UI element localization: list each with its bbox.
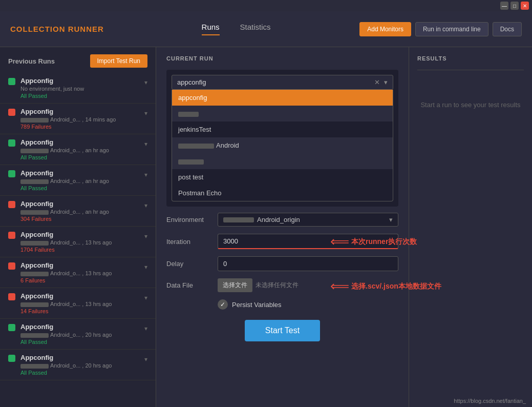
collection-dropdown-list: appconfig jenkinsTest Android post test … xyxy=(172,90,393,201)
run-name: Appconfig xyxy=(20,169,139,177)
run-status-dot xyxy=(8,201,15,208)
docs-button[interactable]: Docs xyxy=(493,22,522,36)
app-title: COLLECTION RUNNER xyxy=(10,25,113,33)
run-info: Appconfig Android_o... , 20 hrs ago All … xyxy=(20,354,139,376)
run-cmd-button[interactable]: Run in command line xyxy=(415,22,488,36)
run-item[interactable]: Appconfig Android_o... , 13 hrs ago 14 F… xyxy=(0,288,156,319)
run-item[interactable]: Appconfig Android_o... , an hr ago All P… xyxy=(0,134,156,165)
dropdown-item[interactable] xyxy=(172,106,393,121)
dropdown-item[interactable]: jenkinsTest xyxy=(172,121,393,137)
add-monitors-button[interactable]: Add Monitors xyxy=(359,22,411,36)
run-item[interactable]: Appconfig Android_o... , 14 mins ago 789… xyxy=(0,104,156,134)
header: COLLECTION RUNNER Runs Statistics Add Mo… xyxy=(0,11,532,47)
persist-label: Persist Variables xyxy=(232,301,282,309)
start-test-button[interactable]: Start Test xyxy=(245,320,320,341)
run-item[interactable]: Appconfig Android_o... , 13 hrs ago 1704… xyxy=(0,227,156,257)
content-wrapper: CURRENT RUN appconfig ✕ ▾ appconfig xyxy=(156,47,532,407)
minimize-button[interactable]: — xyxy=(500,2,508,10)
chevron-down-icon: ▾ xyxy=(144,233,147,240)
run-info: Appconfig Android_o... , 13 hrs ago 6 Fa… xyxy=(20,261,139,283)
dropdown-item[interactable]: Android xyxy=(172,137,393,153)
run-status: All Passed xyxy=(20,185,139,191)
run-sub: Android_o... , an hr ago xyxy=(20,147,139,153)
import-test-run-button[interactable]: Import Test Run xyxy=(90,54,147,68)
tab-runs[interactable]: Runs xyxy=(202,23,220,35)
delay-input[interactable] xyxy=(218,256,398,271)
run-name: Appconfig xyxy=(20,231,139,238)
run-info: Appconfig Android_o... , an hr ago 304 F… xyxy=(20,200,139,222)
current-run-panel: CURRENT RUN appconfig ✕ ▾ appconfig xyxy=(156,47,409,407)
environment-selector[interactable]: Android_origin ▾ xyxy=(218,213,398,227)
run-item[interactable]: Appconfig Android_o... , an hr ago 304 F… xyxy=(0,196,156,227)
run-item[interactable]: Appconfig Android_o... , an hr ago All P… xyxy=(0,165,156,196)
results-panel: RESULTS Start a run to see your test res… xyxy=(409,47,532,407)
run-item[interactable]: Appconfig Android_o... , 20 hrs ago All … xyxy=(0,319,156,350)
dropdown-item[interactable]: post test xyxy=(172,169,393,185)
collection-dropdown-header[interactable]: appconfig ✕ ▾ xyxy=(172,75,393,90)
title-bar: — □ ✕ xyxy=(0,0,532,11)
data-file-row: Data File 选择文件 未选择任何文件 ⟸ 选择.scv/.json本地数… xyxy=(166,278,398,292)
collection-selector: appconfig ✕ ▾ appconfig jenkinsTest xyxy=(166,70,398,207)
run-status: All Passed xyxy=(20,93,139,99)
close-icon[interactable]: ✕ xyxy=(374,78,380,86)
chevron-down-icon[interactable]: ▾ xyxy=(384,78,388,86)
run-name: Appconfig xyxy=(20,292,139,300)
run-name: Appconfig xyxy=(20,261,139,269)
run-info: Appconfig Android_o... , 13 hrs ago 14 F… xyxy=(20,292,139,314)
run-name: Appconfig xyxy=(20,323,139,331)
iteration-row: Iteration ⟸ 本次runner执行次数 xyxy=(166,234,398,249)
chevron-down-icon: ▾ xyxy=(144,263,147,271)
close-button[interactable]: ✕ xyxy=(521,2,529,10)
file-annotation-text: 选择.scv/.json本地数据文件 xyxy=(351,282,441,291)
run-info: Appconfig Android_o... , an hr ago All P… xyxy=(20,169,139,191)
run-name: Appconfig xyxy=(20,138,139,146)
chevron-down-icon: ▾ xyxy=(144,294,147,301)
run-item[interactable]: Appconfig Android_o... , 20 hrs ago All … xyxy=(0,350,156,380)
run-sub: Android_o... , 13 hrs ago xyxy=(20,301,139,307)
chevron-down-icon: ▾ xyxy=(389,216,393,223)
dropdown-item[interactable]: appconfig xyxy=(172,90,393,106)
run-sub: Android_o... , 14 mins ago xyxy=(20,116,139,123)
delay-label: Delay xyxy=(166,260,218,268)
chevron-down-icon: ▾ xyxy=(144,325,147,332)
maximize-button[interactable]: □ xyxy=(510,2,519,10)
choose-file-button[interactable]: 选择文件 xyxy=(218,278,252,292)
run-info: Appconfig Android_o... , 14 mins ago 789… xyxy=(20,108,139,130)
no-file-text: 未选择任何文件 xyxy=(256,281,299,290)
run-status-dot xyxy=(8,355,15,362)
persist-check-icon: ✓ xyxy=(218,299,228,310)
chevron-down-icon: ▾ xyxy=(144,110,147,117)
dropdown-item[interactable] xyxy=(172,153,393,169)
run-name: Appconfig xyxy=(20,200,139,208)
run-status: 789 Failures xyxy=(20,124,139,130)
selector-icons: ✕ ▾ xyxy=(374,78,388,86)
run-sub: Android_o... , an hr ago xyxy=(20,178,139,184)
run-status-dot xyxy=(8,232,15,239)
file-annotation: ⟸ 选择.scv/.json本地数据文件 xyxy=(330,278,441,294)
run-name: Appconfig xyxy=(20,354,139,361)
run-item[interactable]: Appconfig Android_o... , 13 hrs ago 6 Fa… xyxy=(0,257,156,288)
run-name: Appconfig xyxy=(20,77,139,85)
run-status-dot xyxy=(8,78,15,85)
environment-row: Environment Android_origin ▾ xyxy=(166,213,398,227)
header-actions: Add Monitors Run in command line Docs xyxy=(359,22,522,36)
env-blur xyxy=(223,217,254,222)
iteration-label: Iteration xyxy=(166,238,218,246)
run-status-dot xyxy=(8,324,15,331)
run-status: All Passed xyxy=(20,370,139,376)
run-status: 304 Failures xyxy=(20,216,139,222)
data-file-label: Data File xyxy=(166,281,218,289)
main-layout: Previous Runs Import Test Run Appconfig … xyxy=(0,47,532,407)
results-title: RESULTS xyxy=(417,55,524,62)
run-sub: Android_o... , an hr ago xyxy=(20,209,139,215)
run-item[interactable]: Appconfig No environment, just now All P… xyxy=(0,73,156,104)
header-tabs: Runs Statistics xyxy=(113,23,359,35)
arrow-icon: ⟸ xyxy=(330,234,349,250)
dropdown-item[interactable]: Postman Echo xyxy=(172,185,393,201)
tab-statistics[interactable]: Statistics xyxy=(240,23,271,35)
run-sub: Android_o... , 20 hrs ago xyxy=(20,332,139,338)
run-sub: Android_o... , 13 hrs ago xyxy=(20,239,139,246)
chevron-down-icon: ▾ xyxy=(144,202,147,209)
run-info: Appconfig Android_o... , 13 hrs ago 1704… xyxy=(20,231,139,253)
run-status-dot xyxy=(8,293,15,300)
